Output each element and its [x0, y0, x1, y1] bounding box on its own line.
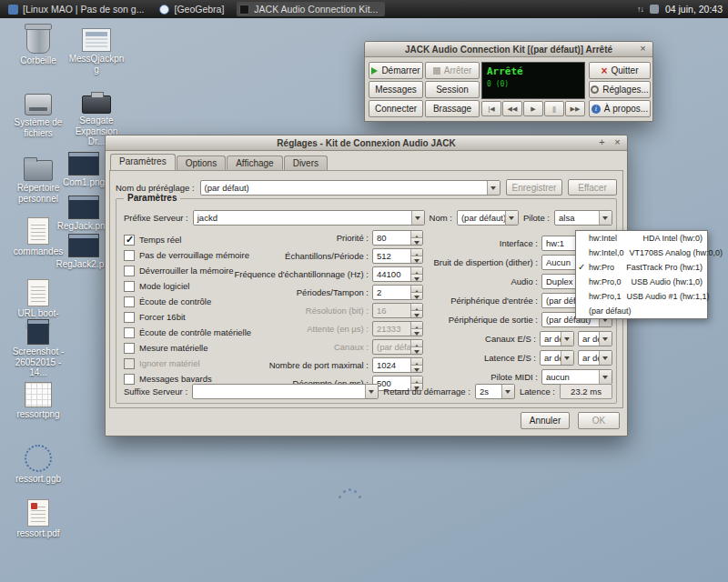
midi-driver-combo[interactable]: aucun — [541, 369, 612, 385]
chevron-down-icon[interactable] — [561, 351, 573, 365]
stop-button[interactable]: Arrêter — [425, 62, 480, 79]
jack-stats: 0 (0) — [487, 80, 580, 88]
close-icon[interactable]: × — [637, 43, 649, 55]
chevron-down-icon[interactable] — [599, 211, 612, 225]
about-button[interactable]: i À propos... — [589, 100, 651, 117]
server-name-combo[interactable]: (par défaut) — [457, 210, 519, 226]
spin-label: Périodes/Tampon : — [189, 287, 369, 297]
save-preset-button[interactable]: Enregistrer — [506, 179, 562, 196]
close-icon[interactable]: × — [612, 136, 623, 148]
ok-button[interactable]: OK — [578, 412, 620, 429]
desktop-icon-corbeille[interactable]: Corbeille — [9, 25, 67, 66]
desktop-icon-messqjack[interactable]: MessQjackpng — [67, 25, 126, 75]
preset-row: Nom du préréglage : (par défaut) Enregis… — [116, 179, 617, 196]
chevron-down-icon[interactable] — [599, 351, 612, 365]
mididriver-row: Pilote MIDI : aucun — [378, 369, 612, 385]
tab-affichage[interactable]: Affichage — [227, 156, 283, 171]
spin-label: Échantillons/Période : — [189, 251, 369, 261]
iochannels-row: Canaux E/S : ar défaut ar défaut — [378, 331, 612, 346]
transport-play-button[interactable]: ▶ — [523, 101, 543, 116]
icon-label: ressort.ggb — [15, 474, 61, 485]
skip-back-button[interactable]: |◀ — [481, 101, 501, 116]
messages-button-label: Messages — [375, 85, 417, 95]
desktop-icon-ressort-pdf[interactable]: ressort.pdf — [9, 497, 67, 539]
preset-combo[interactable]: (par défaut) — [200, 180, 500, 196]
checkbox-label: Mode logiciel — [139, 281, 189, 291]
in-latency-combo[interactable]: ar défaut — [540, 350, 574, 366]
spin-label: Priorité : — [189, 233, 369, 243]
suffix-label: Suffixe Serveur : — [124, 386, 187, 396]
rewind-button[interactable]: ◀◀ — [502, 101, 522, 116]
panel-tray: ↑↓ 04 juin, 20:43 — [637, 4, 723, 15]
icon-label: Com1.png — [63, 177, 105, 188]
cancel-button[interactable]: Annuler — [521, 412, 570, 429]
server-prefix-label: Préfixe Serveur : — [124, 213, 188, 223]
out-channels-combo[interactable]: ar défaut — [578, 331, 612, 346]
network-icon[interactable]: ↑↓ — [637, 5, 643, 14]
pause-button[interactable]: || — [544, 101, 564, 116]
server-suffix-combo[interactable] — [192, 384, 379, 399]
server-row: Préfixe Serveur : jackd Nom : (par défau… — [124, 210, 612, 226]
desktop-icon-commandes[interactable]: commandes — [9, 216, 67, 257]
dropdown-item-hw-pro-0[interactable]: hw:Pro,0 USB Audio (hw:1,0) — [576, 275, 707, 289]
checkbox-box — [124, 281, 135, 292]
desktop-icon-ressort-ggb[interactable]: ressort.ggb — [9, 443, 67, 485]
session-button[interactable]: Session — [425, 81, 480, 98]
systray-icon[interactable] — [650, 5, 659, 14]
connect-button-label: Connecter — [375, 104, 417, 114]
taskbar-label: JACK Audio Connection Kit... — [254, 4, 378, 15]
chevron-down-icon[interactable] — [599, 332, 612, 346]
device-name: hw:Pro,1 — [589, 292, 622, 301]
maximize-icon[interactable]: + — [596, 136, 608, 148]
chevron-down-icon[interactable] — [501, 385, 514, 398]
in-channels-combo[interactable]: ar défaut — [540, 331, 574, 346]
device-desc: HDA Intel (hw:0) — [637, 234, 703, 243]
iolatency-row: Latence E/S : ar défaut ar défaut — [378, 350, 612, 366]
dropdown-item-hw-pro-1[interactable]: hw:Pro,1 USB Audio #1 (hw:1,1) — [576, 289, 707, 304]
delete-preset-button[interactable]: Effacer — [568, 179, 617, 196]
out-latency-combo[interactable]: ar défaut — [578, 350, 612, 366]
dropdown-item-hw-intel-0[interactable]: hw:Intel,0 VT1708S Analog (hw:0,0) — [576, 246, 707, 260]
device-desc: FastTrack Pro (hw:1) — [621, 263, 703, 272]
taskbar-item-geogebra[interactable]: [GeoGebra] — [157, 2, 231, 16]
chevron-down-icon[interactable] — [411, 211, 424, 225]
icon-label: MessQjackpng — [67, 54, 126, 75]
server-prefix-combo[interactable]: jackd — [193, 210, 425, 226]
clock[interactable]: 04 juin, 20:43 — [665, 4, 723, 15]
qjackctl-body: Démarrer Arrêter Messages Session Connec… — [365, 57, 652, 121]
setup-button[interactable]: Réglages... — [589, 81, 651, 98]
startup-delay-combo[interactable]: 2s — [475, 384, 515, 399]
footer-row: Suffixe Serveur : Retard du démarrage : … — [124, 384, 612, 399]
patchbay-button[interactable]: Brassage — [425, 100, 480, 117]
tab-divers[interactable]: Divers — [284, 156, 328, 171]
taskbar-item-jack[interactable]: JACK Audio Connection Kit... — [237, 2, 385, 16]
desktop-icon-ressort-png[interactable]: ressortpng — [9, 379, 67, 420]
quit-button[interactable]: × Quitter — [589, 62, 651, 79]
geogebra-file-icon — [25, 445, 52, 472]
icon-label: ressortpng — [16, 409, 59, 420]
desktop-icon-filesystem[interactable]: Système de fichiers — [9, 88, 67, 138]
dropdown-item-default[interactable]: (par défaut) — [576, 304, 707, 318]
dropdown-item-hw-intel[interactable]: hw:Intel HDA Intel (hw:0) — [576, 231, 707, 246]
pdf-file-icon — [27, 499, 49, 527]
taskbar-item-linuxmao[interactable]: [Linux MAO | Pas de son g... — [5, 2, 151, 16]
dropdown-item-hw-pro[interactable]: hw:Pro FastTrack Pro (hw:1) — [576, 260, 707, 275]
checkbox-box — [124, 374, 135, 385]
tab-parametres[interactable]: Paramètres — [110, 154, 176, 171]
dialog-buttons: Annuler OK — [521, 412, 620, 429]
messages-button[interactable]: Messages — [369, 81, 423, 98]
chevron-down-icon[interactable] — [599, 370, 612, 384]
chevron-down-icon[interactable] — [561, 332, 573, 346]
desktop-icon-screenshot[interactable]: Screenshot - 26052015 - 14... — [9, 316, 67, 378]
chevron-down-icon[interactable] — [505, 211, 518, 225]
connect-button[interactable]: Connecter — [369, 100, 423, 117]
driver-combo[interactable]: alsa — [554, 210, 612, 226]
chevron-down-icon[interactable] — [365, 385, 378, 398]
start-button[interactable]: Démarrer — [369, 62, 423, 79]
tab-options[interactable]: Options — [177, 156, 226, 171]
chevron-down-icon[interactable] — [487, 181, 500, 195]
settings-titlebar[interactable]: Réglages - Kit de Connexion Audio JACK +… — [106, 135, 627, 151]
qjackctl-titlebar[interactable]: JACK Audio Connection Kit [(par défaut)]… — [365, 42, 652, 57]
qjackctl-window: JACK Audio Connection Kit [(par défaut)]… — [364, 41, 653, 122]
forward-button[interactable]: ▶▶ — [565, 101, 585, 116]
